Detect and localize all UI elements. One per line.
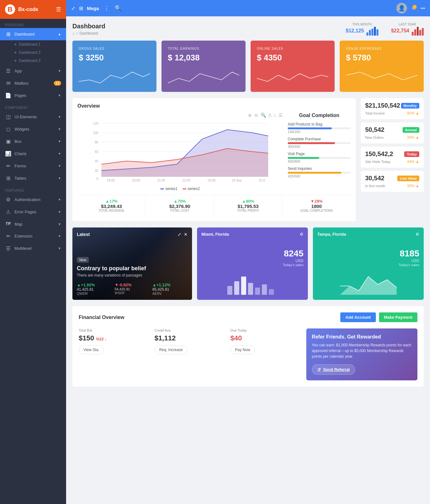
bottom-stat-3: ▼28% 1800 GOAL COMPLETIONS [282, 195, 351, 216]
location-card-tampa: Tampa, Florida ⚙ 8185 USD Today's sales [313, 227, 424, 300]
topbar-dots-icon[interactable]: ••• [421, 6, 425, 11]
expand-icon[interactable]: ⤢ [71, 5, 75, 11]
sidebar-item-charts[interactable]: 📊 Charts ▼ [0, 148, 66, 160]
sidebar-item-multilevel[interactable]: ☰ Multilevel ▼ [0, 242, 66, 255]
sidebar-item-dashboard[interactable]: ⊞ Dashboard ▲ [0, 28, 66, 40]
home-chart-icon[interactable]: ⌂ [274, 113, 276, 118]
expand-card-icon[interactable]: ⤢ [178, 232, 181, 237]
search-chart-icon[interactable]: 🔍 [261, 113, 266, 118]
sidebar-item-app[interactable]: ☰ App ▼ [0, 65, 66, 77]
venue-chart [346, 69, 417, 85]
referral-title: Refer Friends. Get Rewarded [312, 334, 412, 340]
sidebar: B Bx-code ☰ PERSONAL ⊞ Dashboard ▲ Dashb… [0, 0, 66, 504]
app-icon: ☰ [5, 68, 11, 74]
sidebar-item-extension[interactable]: ✏ Extension ▼ [0, 230, 66, 242]
sidebar-item-pages[interactable]: 📄 Pages ▼ [0, 89, 66, 102]
error-pages-label: Error Pages [14, 210, 55, 214]
financial-header: Financial Overview Add Account Make Paym… [79, 312, 417, 322]
sidebar-item-ui-elements[interactable]: ◫ UI Elements ▼ [0, 111, 66, 123]
metric-value-extra-1: 54,425.81 [115, 287, 150, 291]
fin-credit-value: $1,112 [155, 334, 224, 342]
svg-marker-21 [101, 148, 268, 177]
hamburger-icon[interactable]: ☰ [56, 6, 61, 13]
dashboard-label: Dashboard [14, 32, 55, 36]
topbar-right: 👤 ✉ 3 ••• [396, 3, 425, 14]
svg-text:01:0: 01:0 [259, 179, 265, 182]
side-stat-3: 30,542 Low Value In first month 35% ▲ [361, 171, 424, 192]
tampa-value: 8185 [399, 249, 419, 259]
miami-stat: 8245 USD Today's sales [283, 239, 303, 267]
latest-sub: There are many variations of passages [77, 273, 188, 277]
zoom-out-icon[interactable]: ⊕ [248, 113, 252, 118]
sidebar-item-box[interactable]: ▣ Box ▼ [0, 135, 66, 148]
tampa-card-header: Tampa, Florida ⚙ [317, 232, 419, 237]
bottom-stat-label-1: TOTAL COST [150, 209, 210, 212]
download-icon[interactable]: ⎙ [269, 113, 271, 118]
topbar-more-icon[interactable]: ⋮ [104, 5, 110, 12]
sidebar-item-error-pages[interactable]: ⚠ Error Pages ▼ [0, 206, 66, 218]
side-stat-pct-3: 35% ▲ [407, 184, 419, 188]
zoom-in-icon[interactable]: ⊖ [254, 113, 258, 118]
sidebar-subitem-dashboard1[interactable]: Dashboard 1 [0, 40, 66, 48]
sidebar-item-authentication[interactable]: ⚙ Authentication ▼ [0, 193, 66, 206]
tables-icon: ⊞ [5, 175, 11, 181]
dashboard-arrow: ▲ [58, 32, 61, 36]
latest-card-body: New Contrary to popular belief There are… [77, 239, 188, 295]
pages-label: Pages [14, 93, 55, 98]
svg-text:120: 120 [93, 122, 98, 125]
req-increase-button[interactable]: Req. Increase [155, 345, 188, 354]
this-month-chart [366, 26, 378, 36]
tampa-gear-icon[interactable]: ⚙ [416, 232, 419, 237]
auth-label: Authentication [14, 197, 55, 202]
close-card-icon[interactable]: ✕ [184, 232, 188, 237]
sidebar-item-tables[interactable]: ⊞ Tables ▼ [0, 172, 66, 184]
sidebar-item-mailbox[interactable]: ✉ Mailbox 12 [0, 77, 66, 89]
sidebar-subitem-dashboard2[interactable]: Dashboard 2 [0, 48, 66, 57]
mail-icon-wrap[interactable]: ✉ 3 [412, 6, 416, 11]
financial-title: Financial Overview [79, 315, 124, 320]
sidebar-item-map[interactable]: 🗺 Map ▼ [0, 218, 66, 230]
bottom-stat-0: ▲17% $3,249.43 TOTAL REVENUE [77, 195, 146, 216]
bottom-stat-1: ▲70% $2,376.90 TOTAL COST [146, 195, 214, 216]
personal-section-label: PERSONAL [0, 19, 66, 28]
view-sta-button[interactable]: View Sta. [79, 345, 104, 354]
side-stat-header-0: $21,150,542 Monthly [365, 102, 419, 109]
breadcrumb-home-icon: ⌂ [72, 31, 75, 36]
latest-header-label: Latest [77, 232, 90, 237]
side-stat-pct-2: 44% ▲ [407, 160, 419, 164]
charts-icon: 📊 [5, 151, 11, 157]
send-referral-button[interactable]: ↺ Send Referral [312, 364, 355, 375]
metric-value-2: 85,425.81 [152, 287, 188, 292]
dot-icon [14, 43, 16, 45]
map-label: Map [14, 222, 55, 227]
fin-credit-label: Credit Ava. [155, 328, 224, 332]
avatar[interactable]: 👤 [396, 3, 407, 14]
layout-icon[interactable]: ⊞ [79, 5, 83, 11]
goal-val-1: 300/400 [288, 145, 351, 148]
ui-elements-icon: ◫ [5, 114, 11, 120]
mailbox-badge: 12 [54, 81, 61, 86]
sidebar-subitem-dashboard3[interactable]: Dashboard 3 [0, 57, 66, 65]
topbar-title: Mega [87, 6, 99, 11]
extension-icon: ✏ [5, 233, 11, 239]
svg-text:19 Sep: 19 Sep [232, 179, 242, 182]
svg-text:40: 40 [95, 160, 99, 163]
sidebar-item-forms[interactable]: ✏ Forms ▼ [0, 160, 66, 172]
make-payment-button[interactable]: Make Payment [379, 312, 417, 322]
financial-actions: Add Account Make Payment [340, 312, 417, 322]
pay-now-button[interactable]: Pay Now [230, 345, 255, 354]
metric-label-2: AERV [152, 292, 188, 295]
referral-icon: ↺ [317, 367, 321, 372]
latest-headline: Contrary to popular belief [77, 265, 188, 272]
add-account-button[interactable]: Add Account [340, 312, 376, 322]
fin-bal-extra: %22 ↓ [96, 337, 106, 341]
miami-gear-icon[interactable]: ⚙ [300, 232, 303, 237]
referral-card: Refer Friends. Get Rewarded You can earn… [306, 328, 417, 380]
side-stat-header-1: 50,542 Annual [365, 126, 419, 133]
sidebar-item-widgets[interactable]: ◻ Widgets ▼ [0, 123, 66, 135]
tampa-chart [317, 267, 419, 295]
widgets-label: Widgets [14, 127, 55, 132]
menu-chart-icon[interactable]: ☰ [279, 113, 283, 118]
topbar-search-icon[interactable]: 🔍 [115, 5, 122, 12]
fin-credit: Credit Ava. $1,112 Req. Increase [155, 328, 224, 354]
